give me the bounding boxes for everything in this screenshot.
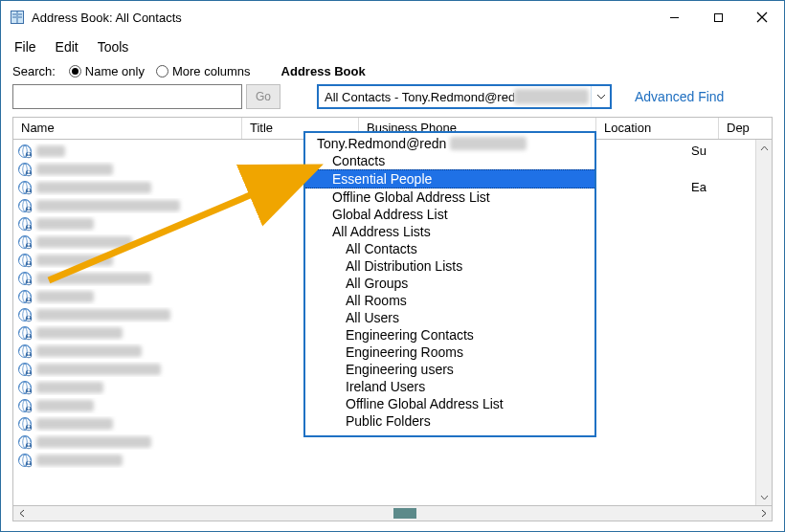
contact-icon xyxy=(17,144,33,159)
dropdown-item[interactable]: All Contacts xyxy=(305,240,594,257)
scroll-down-icon[interactable] xyxy=(756,489,772,505)
vertical-scrollbar[interactable] xyxy=(755,140,772,505)
table-row[interactable] xyxy=(13,451,772,469)
radio-dot-icon xyxy=(156,65,168,78)
svg-rect-7 xyxy=(714,13,722,21)
dropdown-item[interactable]: Ireland Users xyxy=(305,378,594,395)
redacted-name xyxy=(36,345,142,357)
address-book-dropdown[interactable]: All Contacts - Tony.Redmond@redn xyxy=(317,84,612,109)
redacted-name xyxy=(36,164,113,175)
cell-name xyxy=(13,198,236,213)
go-button[interactable]: Go xyxy=(246,84,280,109)
dropdown-selected-text: All Contacts - Tony.Redmond@redn xyxy=(325,90,514,104)
cell-name xyxy=(13,434,236,450)
svg-point-27 xyxy=(28,243,31,246)
svg-point-51 xyxy=(28,388,31,391)
dropdown-item[interactable]: All Groups xyxy=(305,275,594,292)
svg-point-57 xyxy=(28,425,31,428)
chevron-down-icon xyxy=(591,86,610,107)
close-button[interactable] xyxy=(740,3,784,32)
horizontal-scrollbar[interactable] xyxy=(12,505,773,521)
redacted-name xyxy=(36,327,123,339)
dropdown-item-label: Ireland Users xyxy=(346,379,425,394)
address-book-window: Address Book: All Contacts File Edit Too… xyxy=(0,0,785,532)
menu-tools[interactable]: Tools xyxy=(88,35,139,58)
redacted-name xyxy=(36,145,65,157)
maximize-button[interactable] xyxy=(696,3,740,32)
scroll-left-icon[interactable] xyxy=(13,506,30,521)
dropdown-item-label: Essential People xyxy=(332,171,432,187)
radio-name-only[interactable]: Name only xyxy=(69,64,145,78)
contact-icon xyxy=(17,234,33,250)
contact-icon xyxy=(17,325,33,341)
cell-name xyxy=(13,271,236,286)
dropdown-item[interactable]: Global Address List xyxy=(305,206,594,223)
svg-point-63 xyxy=(28,461,31,464)
col-header-department[interactable]: Dep xyxy=(719,118,773,139)
dropdown-item[interactable]: Engineering Contacts xyxy=(305,326,594,344)
redacted-name xyxy=(36,182,151,193)
dropdown-item[interactable]: Offline Global Address List xyxy=(305,395,594,412)
svg-point-39 xyxy=(28,316,31,319)
svg-point-21 xyxy=(28,207,31,210)
contact-icon xyxy=(17,453,33,468)
search-input[interactable] xyxy=(12,84,242,109)
cell-name xyxy=(13,362,236,377)
address-book-dropdown-panel: Tony.Redmond@rednContactsEssential Peopl… xyxy=(303,131,596,437)
hscroll-track[interactable] xyxy=(30,506,755,521)
dropdown-item-label: Engineering Contacts xyxy=(346,327,474,343)
contact-icon xyxy=(17,344,33,359)
svg-point-48 xyxy=(28,370,31,373)
window-title: Address Book: All Contacts xyxy=(32,11,182,25)
dropdown-item[interactable]: Engineering Rooms xyxy=(305,344,594,361)
contact-icon xyxy=(17,253,33,268)
dropdown-item[interactable]: Essential People xyxy=(305,169,594,188)
dropdown-item[interactable]: All Users xyxy=(305,309,594,326)
redacted-name xyxy=(36,273,151,284)
radio-name-only-label: Name only xyxy=(85,64,145,78)
hscroll-thumb[interactable] xyxy=(393,508,416,519)
svg-point-30 xyxy=(28,261,31,264)
search-label: Search: xyxy=(12,64,56,78)
dropdown-item-label: All Distribution Lists xyxy=(346,258,462,274)
contact-icon xyxy=(17,289,33,304)
redacted-name xyxy=(36,309,170,321)
dropdown-item[interactable]: Engineering users xyxy=(305,361,594,378)
dropdown-item[interactable]: Contacts xyxy=(305,152,594,169)
scroll-up-icon[interactable] xyxy=(756,140,772,156)
dropdown-item[interactable]: Offline Global Address List xyxy=(305,188,594,206)
menu-edit[interactable]: Edit xyxy=(46,35,88,58)
menu-file[interactable]: File xyxy=(5,35,46,58)
dropdown-item[interactable]: Tony.Redmond@redn xyxy=(305,135,594,152)
radio-more-columns[interactable]: More columns xyxy=(156,64,251,78)
scroll-right-icon[interactable] xyxy=(755,506,772,521)
cell-name xyxy=(13,289,236,304)
svg-point-12 xyxy=(28,152,31,155)
minimize-button[interactable] xyxy=(652,3,696,32)
contact-icon xyxy=(17,180,33,195)
svg-point-18 xyxy=(28,188,31,191)
redacted-name xyxy=(36,291,94,302)
dropdown-item-label: Contacts xyxy=(332,153,385,168)
cell-name xyxy=(13,416,236,432)
redacted-name xyxy=(36,236,132,248)
dropdown-item[interactable]: All Rooms xyxy=(305,292,594,309)
col-header-location[interactable]: Location xyxy=(596,118,719,139)
col-header-name[interactable]: Name xyxy=(12,118,242,139)
advanced-find-link[interactable]: Advanced Find xyxy=(635,89,724,104)
dropdown-item-label: All Groups xyxy=(346,276,408,291)
cell-name xyxy=(13,398,236,413)
dropdown-item[interactable]: All Address Lists xyxy=(305,223,594,240)
cell-location: Ea xyxy=(590,180,712,194)
cell-name xyxy=(13,234,236,250)
redacted-text xyxy=(450,137,527,150)
dropdown-item[interactable]: All Distribution Lists xyxy=(305,257,594,275)
scrollbar-track[interactable] xyxy=(756,156,772,489)
dropdown-item[interactable]: Public Folders xyxy=(305,412,594,430)
dropdown-item-label: All Rooms xyxy=(346,293,407,308)
redacted-name xyxy=(36,400,94,411)
redacted-name xyxy=(36,436,151,448)
svg-point-15 xyxy=(28,170,31,173)
dropdown-item-label: Tony.Redmond@redn xyxy=(317,136,446,151)
controls-row: Go All Contacts - Tony.Redmond@redn Adva… xyxy=(1,84,784,117)
